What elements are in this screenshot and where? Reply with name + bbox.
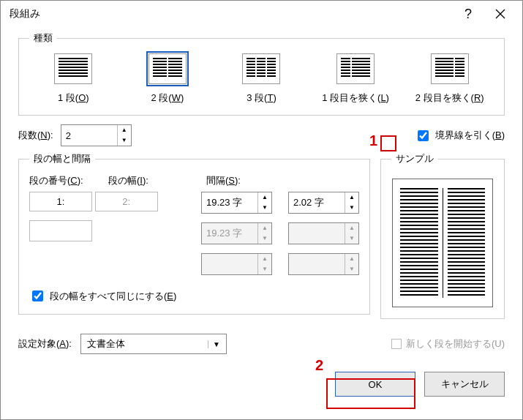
- col-header: 段の番号(C):: [29, 174, 92, 187]
- row1-width[interactable]: ▲▼: [201, 192, 272, 214]
- presets-group: 種類 1 段(O) 2 段(W) 3 段(T) 1 段目を狭く(L): [18, 31, 505, 116]
- ok-button[interactable]: OK: [335, 372, 415, 397]
- row3-spacing: ▲▼: [288, 253, 359, 275]
- spin-down-icon[interactable]: ▼: [118, 135, 131, 146]
- row2-width: ▲▼: [201, 222, 272, 244]
- row1-spacing[interactable]: ▲▼: [288, 192, 359, 214]
- apply-to-label: 設定対象(A):: [18, 337, 72, 350]
- spin-up-icon[interactable]: ▲: [118, 125, 131, 135]
- row2-spacing: ▲▼: [288, 222, 359, 244]
- presets-legend: 種類: [29, 31, 57, 45]
- width-spacing-legend: 段の幅と間隔: [29, 152, 95, 165]
- apply-to-combo[interactable]: 文書全体 ▼: [80, 334, 227, 354]
- new-column-label: 新しく段を開始する(U): [406, 337, 505, 350]
- line-between-input[interactable]: [418, 130, 429, 141]
- num-columns-label: 段数(N):: [18, 129, 53, 142]
- row3-num: [29, 220, 92, 241]
- titlebar: 段組み ?: [1, 1, 522, 27]
- columns-dialog: 段組み ? 種類 1 段(O) 2 段(W) 3 段(T): [0, 0, 523, 420]
- num-columns-spinner[interactable]: ▲▼: [61, 124, 132, 146]
- preset-left[interactable]: 1 段目を狭く(L): [312, 53, 400, 105]
- line-between-label: 境界線を引く(B): [435, 129, 505, 142]
- preset-one[interactable]: 1 段(O): [29, 53, 118, 105]
- row2-num: 2:: [95, 192, 158, 211]
- equal-width-checkbox[interactable]: 段の幅をすべて同じにする(E): [29, 288, 176, 304]
- row3-width: ▲▼: [201, 253, 272, 275]
- preset-three-label: 3 段(T): [217, 91, 306, 105]
- width-spacing-group: 段の幅と間隔 段の番号(C): 段の幅(I): 間隔(S): 1: 2:: [18, 152, 370, 315]
- preset-two-label: 2 段(W): [124, 91, 212, 105]
- cancel-button[interactable]: キャンセル: [424, 372, 505, 397]
- width-header: 段の幅(I):: [108, 174, 190, 187]
- apply-to-value: 文書全体: [87, 337, 125, 350]
- preview: [392, 179, 493, 307]
- help-button[interactable]: ?: [452, 3, 484, 25]
- row1-num: 1:: [29, 192, 92, 211]
- sample-group: サンプル: [380, 152, 505, 319]
- line-between-checkbox[interactable]: 境界線を引く(B): [415, 128, 505, 143]
- preset-left-label: 1 段目を狭く(L): [312, 91, 400, 105]
- num-columns-input[interactable]: [61, 125, 117, 146]
- preset-two[interactable]: 2 段(W): [124, 53, 212, 105]
- equal-width-input[interactable]: [32, 290, 43, 301]
- preset-one-label: 1 段(O): [29, 91, 118, 105]
- new-column-checkbox: 新しく段を開始する(U): [391, 337, 505, 350]
- sample-legend: サンプル: [391, 152, 438, 165]
- preset-right-label: 2 段目を狭く(R): [405, 91, 494, 105]
- preset-right[interactable]: 2 段目を狭く(R): [405, 53, 494, 105]
- dialog-title: 段組み: [10, 7, 452, 20]
- spacing-header: 間隔(S):: [206, 174, 241, 187]
- chevron-down-icon: ▼: [208, 340, 220, 348]
- preset-three[interactable]: 3 段(T): [217, 53, 306, 105]
- close-button[interactable]: [484, 3, 516, 25]
- equal-width-label: 段の幅をすべて同じにする(E): [50, 290, 176, 303]
